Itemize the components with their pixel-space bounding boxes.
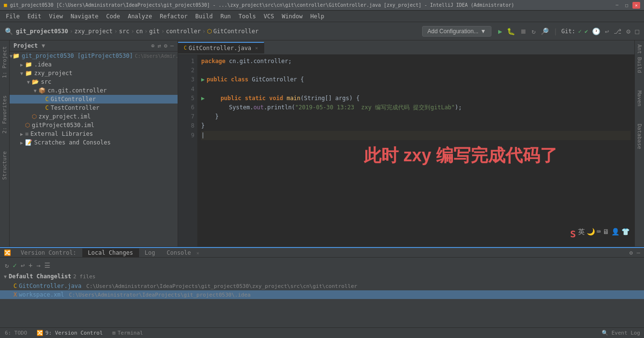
maven-panel[interactable]: Maven [635, 89, 644, 108]
menu-edit[interactable]: Edit [24, 12, 45, 21]
bc-file[interactable]: ⬡ [207, 28, 212, 35]
tool-tab-todo[interactable]: 6: TODO [0, 329, 32, 337]
code-line-4 [201, 85, 631, 94]
menu-tools[interactable]: Tools [235, 12, 260, 21]
vtab-structure[interactable]: Structure [0, 147, 9, 184]
menu-file[interactable]: File [2, 12, 24, 21]
annotation-text: 此时 zxy 编写完成代码了 [364, 142, 557, 169]
menu-build[interactable]: Build [192, 12, 217, 21]
maximize-button[interactable]: □ [623, 2, 631, 9]
git-revert-icon[interactable]: ↩ [604, 26, 610, 36]
tree-item-zxy-iml[interactable]: ⬡ zxy_project.iml [10, 112, 178, 121]
tree-item-zxy[interactable]: ▼ 📁 zxy_project [10, 69, 178, 78]
git-check-icon[interactable]: ✓ [578, 28, 581, 35]
console-close-icon[interactable]: ✕ [196, 250, 199, 256]
git-settings-icon[interactable]: ⚙ [625, 26, 631, 36]
vc-add-btn[interactable]: + [27, 260, 33, 270]
database-panel[interactable]: Database [635, 122, 644, 151]
vc-file-gitcontroller[interactable]: C GitController.java C:\Users\Administra… [0, 282, 644, 290]
sidebar-sync-icon[interactable]: ⇄ [157, 42, 161, 49]
menu-run[interactable]: Run [217, 12, 235, 21]
stop-button[interactable]: ⏹ [519, 26, 528, 36]
editor-content[interactable]: 1 2 3 4 5 6 7 8 9 package cn.git.control… [178, 55, 634, 247]
vtab-favorites[interactable]: 2: Favorites [0, 91, 9, 137]
vtab-project[interactable]: 1: Project [0, 42, 9, 82]
menu-help[interactable]: Help [307, 12, 328, 21]
tab-console[interactable]: Console ✕ [161, 248, 205, 257]
bc-folder4[interactable]: git [149, 28, 160, 35]
sidebar-collapse-icon[interactable]: — [170, 42, 174, 49]
bc-folder5[interactable]: controller [166, 28, 201, 35]
title-icon: ■ [4, 2, 7, 8]
git-check2-icon[interactable]: ✔ [584, 28, 588, 35]
sidebar-add-icon[interactable]: ⊕ [151, 42, 155, 49]
event-log-label[interactable]: Event Log [611, 330, 640, 336]
menu-code[interactable]: Code [103, 12, 124, 21]
run-line-icon[interactable]: ▶ [201, 75, 205, 84]
tab-local-changes[interactable]: Local Changes [82, 248, 139, 257]
tree-arrow-scratch[interactable]: ▶ [18, 140, 25, 145]
menu-window[interactable]: Window [278, 12, 306, 21]
vc-revert-btn[interactable]: ↩ [20, 260, 26, 270]
minimize-button[interactable]: ─ [613, 2, 621, 9]
tray-icon-4: 🖥 [603, 226, 609, 242]
tree-item-package[interactable]: ▼ 📦 cn.git.controller [10, 86, 178, 95]
project-tree: ▼ 📁 git_project0530 [gitProject0530] C:\… [10, 52, 178, 247]
panel-settings-icon[interactable]: ⚙ [630, 249, 633, 256]
vc-changelist-default[interactable]: ▼ Default Changelist 2 files [0, 271, 644, 282]
tree-arrow-pkg[interactable]: ▼ [32, 88, 39, 93]
menu-navigate[interactable]: Navigate [67, 12, 103, 21]
editor-tabs: C GitController.java ✕ [178, 40, 634, 55]
git-history-icon[interactable]: 🕐 [591, 26, 601, 36]
code-editor[interactable]: package cn.git.controller; ▶ public clas… [197, 55, 634, 247]
add-configuration-button[interactable]: Add Configuration... ▼ [422, 26, 491, 37]
tree-arrow-ext[interactable]: ▶ [18, 131, 25, 137]
tree-item-gitcontroller[interactable]: C GitController [10, 95, 178, 104]
git-branch-icon[interactable]: ⎇ [613, 26, 622, 36]
tab-close-button[interactable]: ✕ [255, 45, 258, 51]
debug-button[interactable]: 🐛 [506, 26, 516, 36]
tab-version-control[interactable]: Version Control: [15, 248, 82, 257]
tree-arrow-idea[interactable]: ▶ [18, 62, 25, 67]
reload-button[interactable]: ↻ [530, 26, 536, 36]
run-method-icon[interactable]: ▶ [201, 94, 205, 103]
tool-tab-terminal[interactable]: ⊞ Terminal [108, 329, 148, 337]
tree-item-testcontroller[interactable]: C TestController [10, 104, 178, 112]
toolbar-settings-icon[interactable]: □ [634, 26, 640, 36]
vc-commit-btn[interactable]: ✓ [12, 260, 17, 270]
menu-refactor[interactable]: Refactor [156, 12, 192, 21]
menu-view[interactable]: View [45, 12, 67, 21]
navigate-back-icon[interactable]: 🔍 [4, 26, 14, 36]
search-button[interactable]: 🔎 [540, 26, 550, 36]
bc-folder3[interactable]: cn [136, 28, 142, 35]
test-java-icon: C [45, 104, 49, 111]
ant-build-panel[interactable]: Ant Build [635, 42, 644, 75]
changelist-arrow-icon: ▼ [4, 274, 7, 279]
bc-folder1[interactable]: zxy_project [75, 28, 113, 35]
tree-item-ext-libs[interactable]: ▶ ≡ External Libraries [10, 130, 178, 138]
editor-tab-gitcontroller[interactable]: C GitController.java ✕ [178, 42, 264, 53]
run-button[interactable]: ▶ [497, 26, 503, 36]
vc-refresh-btn[interactable]: ↻ [4, 260, 10, 270]
tab-log[interactable]: Log [139, 248, 161, 257]
vc-file-workspace[interactable]: X workspace.xml C:\Users\Administrator\I… [0, 290, 644, 299]
bc-project[interactable]: git_project0530 [16, 28, 68, 35]
tree-item-src[interactable]: ▼ 📂 src [10, 78, 178, 86]
tree-arrow-src[interactable]: ▼ [25, 79, 32, 85]
bc-folder2[interactable]: src [119, 28, 129, 35]
tree-item-scratches[interactable]: ▶ 📝 Scratches and Consoles [10, 138, 178, 147]
sidebar-dropdown-icon[interactable]: ▼ [42, 42, 45, 49]
tool-tab-vcs[interactable]: 🔀 9: Version Control [32, 329, 107, 337]
vc-group-btn[interactable]: ☰ [43, 260, 52, 270]
tree-item-root[interactable]: ▼ 📁 git_project0530 [gitProject0530] C:\… [10, 52, 178, 60]
menu-vcs[interactable]: VCS [260, 12, 278, 21]
tree-arrow-zxy[interactable]: ▼ [18, 71, 25, 76]
tree-item-git-iml[interactable]: ⬡ gitProject0530.iml [10, 121, 178, 130]
vc-move-btn[interactable]: → [36, 260, 41, 270]
panel-minimize-icon[interactable]: — [637, 249, 640, 256]
close-button[interactable]: ✕ [632, 2, 640, 9]
bc-filename[interactable]: GitController [213, 28, 258, 35]
tree-item-idea[interactable]: ▶ 📁 .idea [10, 60, 178, 69]
menu-analyze[interactable]: Analyze [124, 12, 156, 21]
sidebar-settings-icon[interactable]: ⚙ [164, 42, 167, 49]
